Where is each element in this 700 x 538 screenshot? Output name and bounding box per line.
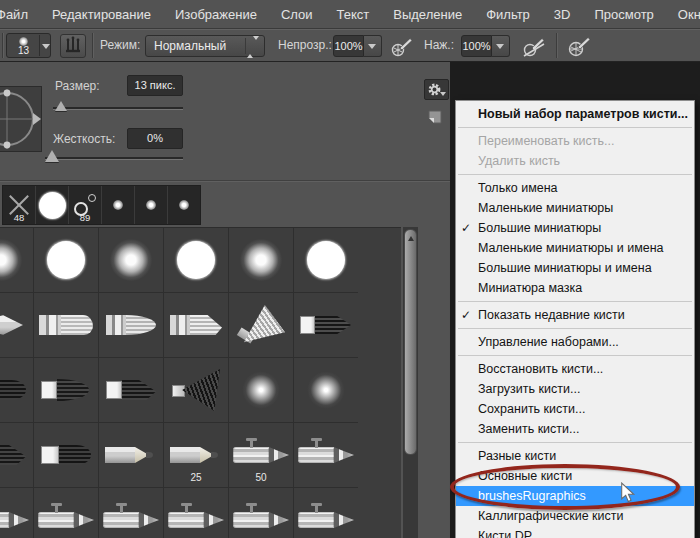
menubar-item[interactable]: Фильтр [474, 0, 542, 29]
menu-item[interactable]: Управление наборами... [456, 332, 694, 352]
brush-grid-cell[interactable] [229, 358, 293, 422]
menu-item[interactable]: Восстановить кисти... [456, 359, 694, 379]
picker-menu-button[interactable] [424, 79, 449, 100]
menu-item[interactable]: Сохранить кисти... [456, 399, 694, 419]
brush-grid-cell[interactable] [164, 293, 228, 357]
brush-grid-cell[interactable] [99, 293, 163, 357]
brush-grid-cell[interactable] [34, 488, 98, 538]
flow-dropdown-button[interactable] [492, 35, 510, 57]
menu-item-label: Показать недавние кисти [478, 308, 625, 322]
toggle-brush-panel-button[interactable] [60, 34, 86, 58]
brush-grid-cell[interactable] [99, 228, 163, 292]
recent-brush-cell[interactable] [102, 186, 135, 224]
menu-item[interactable]: Только имена [456, 178, 694, 198]
menu-item[interactable]: Большие миниатюры и имена [456, 258, 694, 278]
check-icon: ✓ [461, 218, 476, 238]
brush-preset-picker-button[interactable]: 13 [6, 33, 51, 58]
brush-grid-cell[interactable] [164, 358, 228, 422]
brush-grid-cell[interactable] [294, 423, 358, 487]
recent-brush-cell[interactable] [36, 186, 69, 224]
new-preset-icon[interactable] [427, 109, 443, 125]
pressure-size-icon[interactable] [521, 36, 547, 58]
flow-value[interactable]: 100% [461, 35, 492, 57]
menu-item[interactable]: ✓Большие миниатюры [456, 218, 694, 238]
menubar-item[interactable]: Слои [269, 0, 325, 29]
brush-grid-cell[interactable] [0, 423, 33, 487]
brush-grid-cell[interactable] [229, 293, 293, 357]
opacity-value[interactable]: 100% [333, 35, 364, 57]
brush-grid-cell[interactable] [294, 358, 358, 422]
hardness-field[interactable]: 0% [127, 128, 183, 149]
brush-grid-cell[interactable] [294, 293, 358, 357]
menu-item[interactable]: ✓Показать недавние кисти [456, 305, 694, 325]
brush-grid-cell[interactable] [164, 228, 228, 292]
size-slider-track[interactable] [53, 107, 183, 110]
menubar-item[interactable]: Редактирование [40, 0, 163, 29]
menu-item[interactable]: Новый набор параметров кисти... [456, 104, 694, 124]
menu-item[interactable]: Разные кисти [456, 446, 694, 466]
divider [556, 33, 558, 58]
brush-grid-cell[interactable]: 25 [164, 423, 228, 487]
menu-item: Переименовать кисть... [456, 131, 694, 151]
menubar-item[interactable]: 3D [542, 0, 583, 29]
brush-grid-cell[interactable] [294, 488, 358, 538]
brush-grid-cell[interactable] [0, 488, 33, 538]
brush-angle-control[interactable] [0, 86, 42, 152]
brush-grid-cell[interactable] [229, 488, 293, 538]
size-slider-thumb[interactable] [55, 101, 67, 111]
brush-grid-cell[interactable] [0, 358, 33, 422]
scrollbar-thumb[interactable] [404, 229, 417, 455]
hardness-label: Жесткость: [53, 132, 115, 146]
hardness-slider-thumb[interactable] [45, 150, 59, 162]
brush-size-label: 48 [3, 212, 35, 223]
recent-brush-cell[interactable]: 48 [3, 186, 36, 224]
size-field[interactable]: 13 пикс. [127, 75, 183, 96]
menu-separator [458, 442, 692, 443]
hardness-slider-track[interactable] [45, 157, 183, 160]
menubar-item[interactable]: Файл [0, 0, 40, 29]
annotation-ellipse [450, 464, 680, 510]
brush-grid-cell[interactable] [99, 488, 163, 538]
brush-grid-cell[interactable] [34, 228, 98, 292]
brush-grid-cell[interactable] [34, 358, 98, 422]
brush-grid-cell[interactable]: 50 [229, 423, 293, 487]
menubar-item[interactable]: Изображение [163, 0, 269, 29]
airbrush-mode-icon[interactable] [566, 36, 592, 58]
menu-item[interactable]: Маленькие миниатюры и имена [456, 238, 694, 258]
menubar-item[interactable]: Просмотр [582, 0, 665, 29]
airbrush-brush-thumbnail [233, 512, 289, 528]
recent-brush-cell[interactable] [135, 186, 168, 224]
brush-grid-cell[interactable] [164, 488, 228, 538]
brush-size-label: 25 [164, 472, 228, 483]
pressure-opacity-icon[interactable] [389, 36, 415, 58]
brush-grid-cell[interactable] [34, 293, 98, 357]
brush-grid-cell[interactable] [229, 228, 293, 292]
angled-dark-brush-thumbnail [0, 445, 26, 465]
round-light-brush-thumbnail [106, 315, 156, 335]
recent-brushes-strip: 4889 [2, 185, 201, 225]
menubar-item[interactable]: Выделение [381, 0, 474, 29]
menu-item[interactable]: Заменить кисти... [456, 419, 694, 439]
recent-brush-cell[interactable] [168, 186, 200, 224]
brush-size-label: 89 [69, 212, 101, 223]
brush-grid-cell[interactable] [99, 358, 163, 422]
recent-brush-cell[interactable]: 89 [69, 186, 102, 224]
brush-grid-cell[interactable] [99, 423, 163, 487]
menu-item[interactable]: Миниатюра мазка [456, 278, 694, 298]
brush-grid-cell[interactable] [0, 228, 33, 292]
brush-grid-cell[interactable] [294, 228, 358, 292]
dot-brush-thumbnail [146, 200, 156, 210]
airbrush-brush-thumbnail [103, 512, 159, 528]
menu-item[interactable]: Кисти DP [456, 526, 694, 538]
menu-item-label: Переименовать кисть... [478, 134, 614, 148]
menu-item[interactable]: Маленькие миниатюры [456, 198, 694, 218]
blend-mode-dropdown[interactable]: Нормальный [145, 35, 265, 57]
brush-grid-cell[interactable] [34, 423, 98, 487]
brush-grid-cell[interactable] [0, 293, 33, 357]
opacity-dropdown-button[interactable] [364, 35, 382, 57]
menu-item-label: Управление наборами... [478, 335, 619, 349]
menu-item[interactable]: Загрузить кисти... [456, 379, 694, 399]
menubar-item[interactable]: Окно [666, 0, 700, 29]
menubar-item[interactable]: Текст [325, 0, 382, 29]
scrollbar[interactable] [403, 227, 418, 538]
